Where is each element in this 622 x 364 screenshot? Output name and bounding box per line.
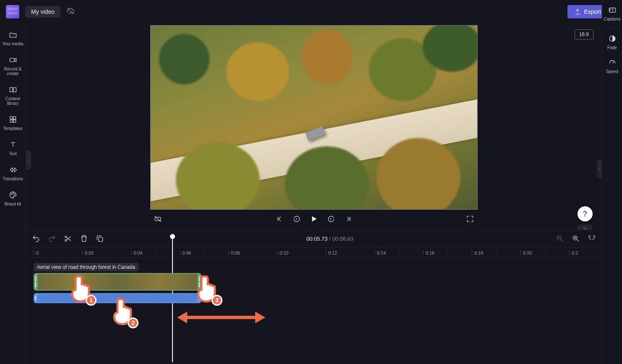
ruler-tick: 0:06 [180,247,191,258]
skip-back-button[interactable] [276,215,284,223]
project-title[interactable]: My video [25,6,60,18]
sidebar-item-transitions[interactable]: Transitions [1,163,25,183]
ruler-tick: 0:16 [423,247,434,258]
tutorial-drag-arrow [177,305,265,330]
ruler-tick: 0:02 [82,247,94,258]
timeline-ruler[interactable]: 00:020:040:060:080:100:120:140:160:180:2… [26,247,602,258]
app-logo[interactable] [6,5,19,18]
ruler-tick: 0:18 [472,247,483,258]
clip-trim-left-handle[interactable] [34,274,38,290]
svg-rect-7 [13,120,16,122]
export-label: Export [584,8,601,15]
svg-line-27 [577,240,579,242]
speed-icon [607,57,617,68]
delete-button[interactable] [80,234,88,243]
right-tool-label: Captions [604,17,620,21]
tutorial-step-number: 3 [212,295,222,306]
ruler-tick: 0:20 [520,247,532,258]
forward-5-button[interactable]: 5 [327,215,335,223]
hide-controls-icon[interactable] [154,215,162,223]
sidebar-item-templates[interactable]: Templates [1,112,25,133]
ruler-tick: 0:10 [277,247,288,258]
timeline-current-time: 00:05.73 [306,236,328,242]
fade-icon [607,34,617,44]
svg-point-8 [11,194,12,195]
skip-forward-button[interactable] [344,215,352,223]
duplicate-button[interactable] [96,234,104,243]
camera-icon [8,55,18,65]
svg-point-9 [13,193,13,194]
sidebar-item-label: Your media [2,42,23,46]
svg-text:5: 5 [296,218,298,221]
palette-icon [8,190,18,200]
zoom-in-button[interactable] [572,234,580,243]
svg-point-10 [14,194,15,195]
sidebar-item-brand-kit[interactable]: Brand kit [1,188,25,208]
ruler-tick: 0:14 [374,247,386,258]
svg-marker-31 [177,312,187,323]
timeline-time-display: 00:05.73 / 00:06.83 [306,236,353,242]
ruler-tick: 0:08 [228,247,240,258]
split-button[interactable] [64,234,72,243]
divider [605,27,619,28]
ruler-tick: 0:12 [326,247,337,258]
sidebar-item-record-create[interactable]: Record & create [1,53,25,78]
right-tool-speed[interactable]: Speed [603,56,622,75]
sidebar-item-text[interactable]: Text [1,138,25,158]
undo-button[interactable] [32,234,40,243]
help-button[interactable]: ? [578,206,593,221]
folder-icon [8,29,18,40]
svg-rect-4 [10,117,13,119]
fullscreen-button[interactable] [466,215,474,223]
aspect-ratio-button[interactable]: 16:9 [575,29,593,39]
video-clip[interactable] [34,273,201,291]
svg-rect-6 [10,120,13,122]
transitions-icon [8,164,18,175]
timeline-tracks[interactable]: Aerial view of road through forest in Ca… [26,258,602,354]
templates-icon [8,114,18,125]
cloud-off-icon [66,7,75,17]
svg-line-24 [561,240,563,242]
clip-label: Aerial view of road through forest in Ca… [34,263,139,271]
right-tool-label: Fade [607,45,617,50]
sidebar-item-label: Content library [1,96,25,106]
svg-marker-17 [312,216,316,222]
rewind-5-button[interactable]: 5 [293,215,301,223]
right-tool-label: Speed [606,69,618,74]
text-icon [8,139,18,150]
svg-rect-2 [10,88,13,92]
library-icon [8,84,18,95]
svg-rect-1 [10,58,14,62]
svg-rect-5 [13,117,16,119]
ruler-tick: 0 [34,247,39,258]
timeline-duration: 00:06.83 [332,236,353,242]
sidebar-item-content-library[interactable]: Content library [1,83,25,107]
right-tool-captions[interactable]: Captions [603,3,622,23]
sidebar-item-label: Text [9,151,16,156]
clip-trim-right-handle[interactable] [197,274,201,290]
svg-marker-32 [255,312,265,323]
audio-clip[interactable] [34,293,201,303]
right-tool-fade[interactable]: Fade [603,32,622,52]
sidebar-item-your-media[interactable]: Your media [1,28,25,48]
svg-rect-3 [13,88,16,92]
audio-trim-left-handle[interactable] [34,294,38,302]
ruler-tick: 0:04 [131,247,142,258]
video-preview[interactable] [150,25,478,210]
zoom-out-button[interactable] [556,234,564,243]
sidebar-item-label: Record & create [1,67,25,76]
svg-rect-22 [99,237,103,242]
sidebar-item-label: Transitions [3,177,23,181]
redo-button[interactable] [48,234,56,243]
sidebar-item-label: Templates [3,126,23,131]
captions-icon [607,5,617,15]
svg-text:5: 5 [330,218,332,221]
zoom-fit-button[interactable] [588,234,596,243]
audio-trim-right-handle[interactable] [197,294,201,302]
sidebar-item-label: Brand kit [5,202,21,206]
ruler-tick: 0:2 [569,247,578,258]
play-button[interactable] [309,214,319,224]
tutorial-step-number: 2 [128,317,139,328]
